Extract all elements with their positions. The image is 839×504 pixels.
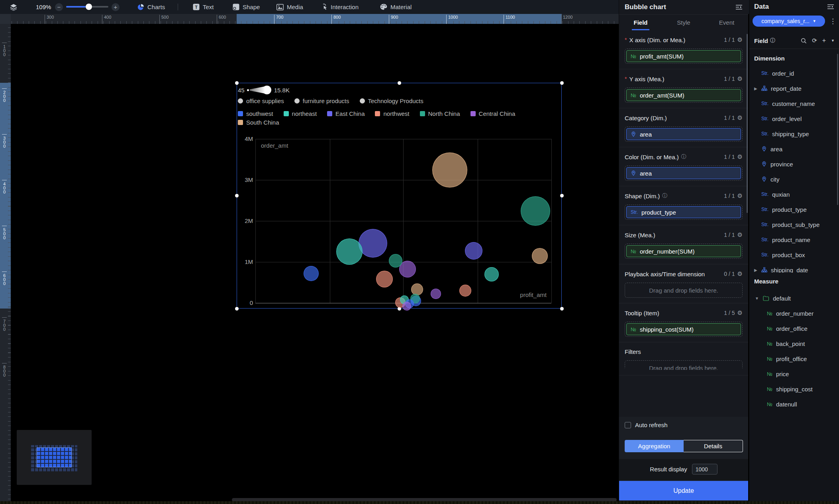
color-legend-item[interactable]: East China bbox=[327, 110, 365, 117]
dimension-item[interactable]: Str.product_type bbox=[749, 202, 839, 217]
bubble-south-china[interactable] bbox=[532, 248, 548, 264]
field-chip[interactable]: №shipping_cost(SUM) bbox=[626, 323, 741, 335]
field-dropzone[interactable]: №order_number(SUM) bbox=[625, 244, 743, 259]
color-legend-item[interactable]: southwest bbox=[238, 110, 273, 117]
gear-icon[interactable]: ⚙ bbox=[737, 231, 743, 238]
bubble-northeast[interactable] bbox=[484, 267, 499, 281]
measure-item[interactable]: №shipping_cost bbox=[749, 381, 839, 397]
dimension-item[interactable]: ▶report_date bbox=[749, 81, 839, 96]
gear-icon[interactable]: ⚙ bbox=[737, 75, 743, 82]
zoom-out-button[interactable]: − bbox=[55, 3, 63, 11]
toolbar-item-material[interactable]: Material bbox=[380, 0, 412, 14]
dimension-item[interactable]: Str.order_level bbox=[749, 111, 839, 126]
selection-handle[interactable] bbox=[235, 307, 239, 311]
color-legend-item[interactable]: northwest bbox=[375, 110, 409, 117]
panel-scrollbar[interactable] bbox=[747, 34, 748, 213]
selection-handle[interactable] bbox=[560, 307, 564, 311]
color-legend-item[interactable]: South China bbox=[238, 119, 279, 126]
measure-item[interactable]: №order_office bbox=[749, 321, 839, 336]
field-chip[interactable]: №order_number(SUM) bbox=[626, 245, 741, 257]
field-dropzone[interactable]: №profit_amt(SUM) bbox=[625, 49, 743, 64]
minimap-viewport[interactable] bbox=[37, 447, 72, 467]
gear-icon[interactable]: ⚙ bbox=[737, 192, 743, 199]
measure-item[interactable]: №profit_office bbox=[749, 351, 839, 366]
color-legend-item[interactable]: Central China bbox=[470, 110, 516, 117]
auto-refresh-row[interactable]: Auto refresh bbox=[625, 422, 668, 428]
horizontal-ruler[interactable]: 300400500600700800900100011001200 bbox=[0, 14, 619, 24]
more-options-icon[interactable]: ⋮ bbox=[829, 17, 836, 25]
field-chip[interactable]: area bbox=[626, 167, 741, 179]
bubble-northeast[interactable] bbox=[336, 238, 363, 265]
measure-item[interactable]: №price bbox=[749, 366, 839, 381]
update-button[interactable]: Update bbox=[619, 481, 748, 500]
expand-caret-icon[interactable]: ▶ bbox=[754, 86, 757, 91]
dataset-selector[interactable]: company_sales_r... ▼ bbox=[753, 16, 825, 27]
bubble-central-china[interactable] bbox=[431, 289, 441, 299]
add-field-icon[interactable]: + bbox=[822, 37, 826, 44]
search-icon[interactable] bbox=[801, 38, 807, 44]
field-chip[interactable]: Str.product_type bbox=[626, 206, 741, 218]
collapse-data-panel-icon[interactable] bbox=[827, 4, 834, 10]
aggregation-button[interactable]: Aggregation bbox=[625, 440, 684, 452]
toolbar-item-text[interactable]: T Text bbox=[193, 0, 214, 14]
tab-event[interactable]: Event bbox=[705, 15, 748, 30]
selection-handle[interactable] bbox=[235, 194, 239, 197]
result-display-input[interactable] bbox=[692, 464, 717, 475]
canvas[interactable]: 45 15.8K office suppliesfurniture produc… bbox=[11, 24, 619, 504]
tab-style[interactable]: Style bbox=[662, 15, 705, 30]
zoom-slider[interactable] bbox=[66, 6, 108, 8]
field-dropzone[interactable]: area bbox=[625, 166, 743, 181]
dimension-item[interactable]: province bbox=[749, 156, 839, 172]
bubble-north-china[interactable] bbox=[521, 196, 550, 226]
shape-legend-item[interactable]: office supplies bbox=[238, 98, 284, 104]
toolbar-item-media[interactable]: Media bbox=[276, 0, 303, 14]
color-legend-item[interactable]: northeast bbox=[284, 110, 317, 117]
dimension-item[interactable]: Str.product_name bbox=[749, 232, 839, 247]
toolbar-item-shape[interactable]: Shape bbox=[233, 0, 260, 14]
field-chip[interactable]: №profit_amt(SUM) bbox=[626, 50, 741, 62]
layers-icon[interactable] bbox=[10, 0, 18, 14]
vertical-ruler[interactable]: 100200300400500600700800 bbox=[0, 24, 11, 504]
data-panel-scrollbar[interactable] bbox=[837, 54, 838, 205]
bubble-north-china[interactable] bbox=[389, 254, 402, 268]
gear-icon[interactable]: ⚙ bbox=[737, 114, 743, 121]
bubble-south-china[interactable] bbox=[432, 152, 467, 188]
field-chip[interactable]: area bbox=[626, 128, 741, 140]
minimap[interactable] bbox=[17, 430, 92, 485]
measure-item[interactable]: №datenull bbox=[749, 397, 839, 412]
field-dropzone[interactable]: Drag and drop fields here. bbox=[625, 360, 743, 370]
selection-handle[interactable] bbox=[235, 81, 239, 85]
auto-refresh-checkbox[interactable] bbox=[625, 422, 631, 428]
field-dropzone[interactable]: Str.product_type bbox=[625, 205, 743, 220]
field-dropzone[interactable]: №order_amt(SUM) bbox=[625, 88, 743, 103]
measure-item[interactable]: №back_point bbox=[749, 336, 839, 351]
toolbar-item-interaction[interactable]: Interaction bbox=[321, 0, 359, 14]
field-dropzone[interactable]: area bbox=[625, 127, 743, 142]
gear-icon[interactable]: ⚙ bbox=[737, 36, 743, 43]
zoom-in-button[interactable]: + bbox=[112, 3, 120, 11]
dimension-item[interactable]: Str.order_id bbox=[749, 66, 839, 81]
dimension-item[interactable]: Str.quxian bbox=[749, 187, 839, 202]
bubble-northwest[interactable] bbox=[459, 285, 471, 297]
gear-icon[interactable]: ⚙ bbox=[737, 270, 743, 277]
color-legend-item[interactable]: North China bbox=[420, 110, 460, 117]
dimension-item[interactable]: area bbox=[749, 141, 839, 156]
field-dropzone[interactable]: Drag and drop fields here. bbox=[625, 283, 743, 298]
bubble-east-china[interactable] bbox=[465, 242, 482, 260]
zoom-slider-thumb[interactable] bbox=[86, 4, 92, 10]
dimension-item[interactable]: Str.product_box bbox=[749, 247, 839, 262]
chevron-down-icon[interactable]: ▼ bbox=[831, 39, 835, 43]
details-button[interactable]: Details bbox=[684, 440, 743, 452]
dimension-item[interactable]: Str.shipping_type bbox=[749, 126, 839, 141]
dimension-item[interactable]: Str.product_sub_type bbox=[749, 217, 839, 232]
selection-handle[interactable] bbox=[398, 81, 401, 85]
gear-icon[interactable]: ⚙ bbox=[737, 153, 743, 160]
bubble-south-china[interactable] bbox=[411, 283, 423, 295]
bubble-east-china[interactable] bbox=[359, 229, 387, 258]
field-chip[interactable]: №order_amt(SUM) bbox=[626, 89, 741, 101]
dimension-item[interactable]: city bbox=[749, 172, 839, 187]
expand-caret-icon[interactable]: ▶ bbox=[754, 268, 757, 272]
measure-folder[interactable]: ▼default bbox=[749, 291, 839, 306]
refresh-icon[interactable]: ⟳ bbox=[812, 37, 817, 44]
bubble-central-china[interactable] bbox=[402, 302, 411, 311]
